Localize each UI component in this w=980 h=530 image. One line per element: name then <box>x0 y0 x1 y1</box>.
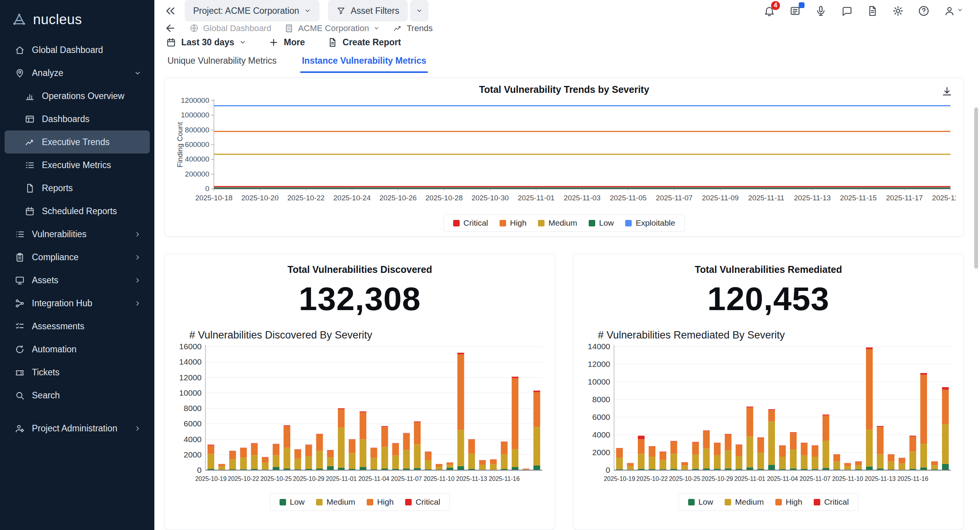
svg-text:2000: 2000 <box>184 450 202 459</box>
discovered-chart-title: # Vulnerabilities Discovered By Severity <box>189 329 547 341</box>
sidebar-item-label: Assets <box>32 275 58 286</box>
svg-text:2025-11-09: 2025-11-09 <box>702 194 739 202</box>
svg-text:2025-10-19: 2025-10-19 <box>604 476 635 482</box>
svg-text:2025-10-25: 2025-10-25 <box>669 476 700 482</box>
svg-text:2025-10-22: 2025-10-22 <box>228 476 259 482</box>
gear-icon <box>892 5 904 17</box>
more-button[interactable]: More <box>268 37 305 48</box>
svg-text:6000: 6000 <box>592 413 610 421</box>
sidebar-item-global-dashboard[interactable]: Global Dashboard <box>5 38 150 61</box>
notifications-button[interactable]: 4 <box>763 5 775 17</box>
svg-text:10000: 10000 <box>179 388 202 397</box>
sidebar: nucleus Global Dashboard Analyze Operati… <box>0 0 154 530</box>
svg-text:2025-11-16: 2025-11-16 <box>897 476 929 482</box>
collapse-sidebar-button[interactable] <box>164 5 176 17</box>
legend-item-exploitable: Exploitable <box>625 218 675 228</box>
user-menu-button[interactable] <box>944 5 963 17</box>
sidebar-item-operations-overview[interactable]: Operations Overview <box>5 84 150 107</box>
sidebar-item-tickets[interactable]: Tickets <box>5 361 150 384</box>
admin-settings-button[interactable] <box>892 5 904 17</box>
sidebar-item-vulnerabilities[interactable]: Vulnerabilities <box>5 223 150 246</box>
chart-toolbar: Last 30 days More Create Report <box>154 35 980 50</box>
scrollbar-thumb[interactable] <box>974 107 978 269</box>
svg-text:14000: 14000 <box>179 357 202 366</box>
legend-label: High <box>377 497 394 507</box>
sidebar-item-analyze[interactable]: Analyze <box>5 61 150 84</box>
svg-text:8000: 8000 <box>184 404 202 413</box>
integration-icon <box>15 298 25 309</box>
sidebar-item-project-administration[interactable]: Project Administration <box>5 417 150 440</box>
sidebar-item-integration-hub[interactable]: Integration Hub <box>5 292 150 315</box>
svg-text:400000: 400000 <box>185 155 209 163</box>
back-button[interactable] <box>164 22 176 34</box>
legend-swatch <box>625 220 632 226</box>
svg-text:2025-11-07: 2025-11-07 <box>656 194 693 202</box>
voice-assistant-button[interactable] <box>815 5 827 17</box>
svg-text:200000: 200000 <box>185 170 209 178</box>
analyze-pin-icon <box>15 68 25 78</box>
app-name: nucleus <box>33 12 82 28</box>
trends-line-chart: 0200000400000600000800000100000012000002… <box>172 95 956 209</box>
admin-icon <box>15 423 25 434</box>
legend-swatch <box>280 499 286 505</box>
arrow-left-icon <box>164 22 176 34</box>
chevron-down-icon <box>304 7 311 14</box>
svg-text:Finding Count: Finding Count <box>176 122 184 167</box>
help-button[interactable] <box>918 5 930 17</box>
breadcrumb-item-global-dashboard[interactable]: Global Dashboard <box>189 23 271 33</box>
sidebar-item-search[interactable]: Search <box>5 384 150 407</box>
news-button[interactable] <box>789 5 801 17</box>
remediated-legend: LowMediumHighCritical <box>581 493 956 511</box>
legend-label: Medium <box>548 218 577 228</box>
breadcrumb-item-trends[interactable]: Trends <box>393 23 433 33</box>
svg-text:2025-10-29: 2025-10-29 <box>702 476 733 482</box>
sidebar-item-automation[interactable]: Automation <box>5 338 150 361</box>
sidebar-item-dashboards[interactable]: Dashboards <box>5 107 150 130</box>
plus-icon <box>268 37 279 48</box>
sidebar-item-reports[interactable]: Reports <box>5 177 150 200</box>
metric-tabs: Unique Vulnerability Metrics Instance Vu… <box>154 50 980 73</box>
chevron-right-icon <box>134 231 141 238</box>
sidebar-item-label: Executive Trends <box>42 137 109 147</box>
legend-item-critical: Critical <box>405 497 440 507</box>
export-chart-button[interactable] <box>941 86 953 99</box>
trend-line-icon <box>393 23 402 33</box>
release-notes-button[interactable] <box>866 5 878 17</box>
sidebar-item-label: Automation <box>32 344 76 355</box>
svg-text:8000: 8000 <box>592 395 610 404</box>
legend-item-medium: Medium <box>538 218 577 228</box>
legend-label: Critical <box>824 497 849 507</box>
breadcrumb-item-acme-corporation[interactable]: ACME Corporation <box>284 23 380 33</box>
sidebar-item-executive-metrics[interactable]: Executive Metrics <box>5 154 150 177</box>
chat-button[interactable] <box>841 5 853 17</box>
legend-item-medium: Medium <box>316 497 355 507</box>
create-report-button[interactable]: Create Report <box>327 37 401 48</box>
monitor-icon <box>15 275 25 286</box>
asset-filters-dropdown-button[interactable] <box>410 0 429 21</box>
checklist-icon <box>15 321 25 332</box>
sidebar-item-label: Global Dashboard <box>32 45 103 55</box>
date-range-button[interactable]: Last 30 days <box>166 37 246 48</box>
sidebar-item-compliance[interactable]: Compliance <box>5 246 150 269</box>
chevron-down-icon <box>134 69 141 77</box>
sidebar-item-assessments[interactable]: Assessments <box>5 315 150 338</box>
project-selector-button[interactable]: Project: ACME Corporation <box>185 0 319 21</box>
chevron-down-icon <box>957 7 963 15</box>
legend-label: Critical <box>464 218 488 228</box>
asset-filters-button[interactable]: Asset Filters <box>328 0 408 21</box>
legend-item-critical: Critical <box>453 218 488 228</box>
sidebar-item-label: Assessments <box>32 321 84 332</box>
legend-box: LowMediumHighCritical <box>679 493 859 511</box>
svg-text:4000: 4000 <box>184 435 202 444</box>
legend-swatch <box>316 499 323 505</box>
tab-instance-vulnerability-metrics[interactable]: Instance Vulnerability Metrics <box>300 51 428 73</box>
svg-text:2025-11-13: 2025-11-13 <box>865 476 896 482</box>
svg-text:2025-11-10: 2025-11-10 <box>424 476 455 482</box>
sidebar-item-scheduled-reports[interactable]: Scheduled Reports <box>5 200 150 223</box>
tab-unique-vulnerability-metrics[interactable]: Unique Vulnerability Metrics <box>166 51 278 73</box>
ticket-icon <box>15 367 25 378</box>
sidebar-item-assets[interactable]: Assets <box>5 269 150 292</box>
sidebar-item-executive-trends[interactable]: Executive Trends <box>5 130 150 154</box>
app-root: nucleus Global Dashboard Analyze Operati… <box>0 0 980 530</box>
discovered-bar-chart: 0200040006000800010000120001400016000202… <box>172 343 547 488</box>
